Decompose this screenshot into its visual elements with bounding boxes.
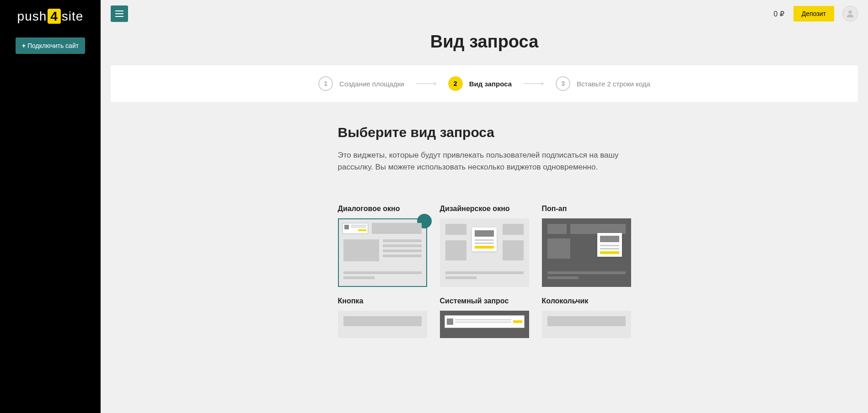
step-label: Вставьте 2 строки кода: [577, 80, 650, 88]
step-3[interactable]: 3 Вставьте 2 строки кода: [556, 76, 650, 91]
hamburger-icon: [115, 13, 123, 14]
widget-preview: [338, 218, 427, 287]
step-num: 2: [448, 76, 463, 91]
widget-title: Дизайнерское окно: [440, 205, 529, 213]
step-label: Создание площадки: [339, 80, 404, 88]
widget-button[interactable]: Кнопка: [338, 297, 427, 338]
sidebar: push4site +Подключить сайт: [0, 0, 101, 413]
logo-text-1: push: [17, 9, 47, 23]
widget-popup[interactable]: Поп-ап: [542, 205, 631, 287]
content: Выберите вид запроса Это виджеты, которы…: [324, 125, 645, 338]
topbar: 0 ₽ Депозит: [101, 0, 868, 27]
step-num: 3: [556, 76, 570, 91]
widget-title: Системный запрос: [440, 297, 529, 305]
arrow-icon: [524, 83, 544, 84]
connect-site-button[interactable]: +Подключить сайт: [16, 37, 85, 54]
logo-badge: 4: [48, 9, 61, 24]
steps-bar: 1 Создание площадки 2 Вид запроса 3 Вста…: [111, 65, 858, 102]
step-num: 1: [318, 76, 333, 91]
menu-toggle-button[interactable]: [111, 5, 128, 22]
widget-bell[interactable]: Колокольчик: [542, 297, 631, 338]
widget-preview: [542, 311, 631, 338]
widget-preview: [338, 311, 427, 338]
main: 0 ₽ Депозит Вид запроса 1 Создание площа…: [101, 0, 868, 413]
plus-icon: +: [22, 42, 26, 49]
deposit-button[interactable]: Депозит: [793, 6, 834, 21]
svg-point-0: [848, 11, 852, 14]
logo-text-2: site: [62, 9, 84, 23]
widget-preview: [542, 218, 631, 287]
widget-system[interactable]: Системный запрос: [440, 297, 529, 338]
page-title: Вид запроса: [101, 32, 868, 52]
avatar[interactable]: [842, 6, 858, 21]
balance: 0 ₽: [774, 10, 784, 18]
widget-title: Диалоговое окно: [338, 205, 427, 213]
step-2[interactable]: 2 Вид запроса: [448, 76, 512, 91]
widget-preview: [440, 218, 529, 287]
widget-dialog[interactable]: Диалоговое окно: [338, 205, 427, 287]
widget-title: Колокольчик: [542, 297, 631, 305]
section-title: Выберите вид запроса: [338, 125, 631, 140]
step-1[interactable]: 1 Создание площадки: [318, 76, 404, 91]
arrow-icon: [416, 83, 436, 84]
logo: push4site: [0, 9, 101, 24]
widget-title: Поп-ап: [542, 205, 631, 213]
widget-title: Кнопка: [338, 297, 427, 305]
widget-preview: [440, 311, 529, 338]
section-desc: Это виджеты, которые будут привлекать по…: [338, 149, 631, 173]
step-label: Вид запроса: [469, 80, 512, 88]
widget-grid: Диалоговое окно: [338, 205, 631, 338]
user-icon: [845, 9, 855, 19]
connect-label: Подключить сайт: [27, 42, 79, 49]
widget-designer[interactable]: Дизайнерское окно: [440, 205, 529, 287]
